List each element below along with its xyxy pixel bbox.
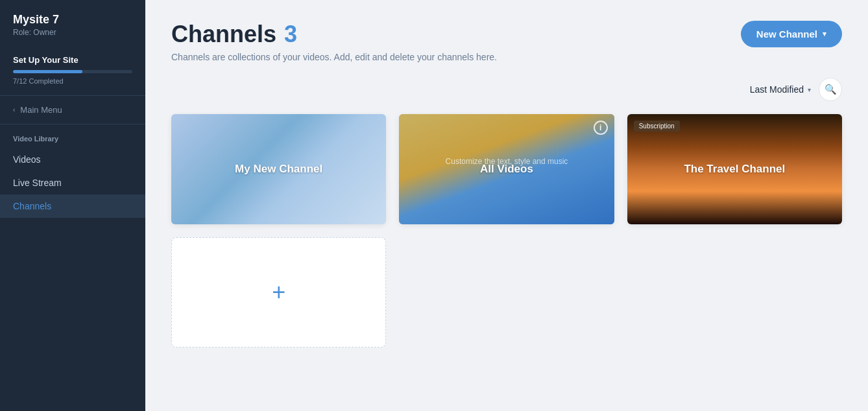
channel-card-inner-travel: Subscription The Travel Channel xyxy=(627,114,842,224)
channels-grid: My New Channel All Videos Customize the … xyxy=(171,114,842,347)
chevron-left-icon: ‹ xyxy=(13,106,15,113)
filter-bar: Last Modified ▾ 🔍 xyxy=(171,78,842,101)
main-content: Channels 3 Channels are collections of y… xyxy=(145,0,868,411)
progress-bar-bg xyxy=(13,70,132,73)
channel-card-travel[interactable]: Subscription The Travel Channel xyxy=(627,114,842,224)
progress-bar-fill xyxy=(13,70,82,73)
add-channel-card[interactable]: + xyxy=(171,237,386,347)
channel-thumb-travel: Subscription The Travel Channel xyxy=(627,114,842,224)
channel-name-my-new: My New Channel xyxy=(224,163,333,176)
page-header: Channels 3 Channels are collections of y… xyxy=(171,21,842,62)
add-icon: + xyxy=(272,279,285,306)
sort-chevron-icon: ▾ xyxy=(808,86,811,93)
new-channel-button[interactable]: New Channel ▾ xyxy=(741,21,842,47)
channel-count: 3 xyxy=(284,21,297,48)
channel-thumb-gradient: My New Channel xyxy=(171,114,386,224)
all-videos-subtitle: Customize the text, style and music xyxy=(433,156,581,167)
sidebar-header: Mysite 7 Role: Owner xyxy=(0,0,145,47)
sidebar-item-live-stream[interactable]: Live Stream xyxy=(0,171,145,194)
subscription-badge: Subscription xyxy=(634,121,680,132)
info-icon[interactable]: i xyxy=(594,121,608,135)
site-role: Role: Owner xyxy=(13,28,132,37)
sidebar-item-live-stream-label: Live Stream xyxy=(13,178,62,188)
search-icon: 🔍 xyxy=(825,84,837,95)
channel-card-inner: My New Channel xyxy=(171,114,386,224)
sidebar-item-channels[interactable]: Channels xyxy=(0,194,145,218)
main-menu-label: Main Menu xyxy=(20,105,62,115)
channel-card-all-videos[interactable]: All Videos Customize the text, style and… xyxy=(399,114,614,224)
sidebar: Mysite 7 Role: Owner Set Up Your Site 7/… xyxy=(0,0,145,411)
page-title: Channels 3 xyxy=(171,21,497,48)
site-name: Mysite 7 xyxy=(13,13,132,27)
sort-dropdown[interactable]: Last Modified ▾ xyxy=(750,84,811,95)
progress-label: 7/12 Completed xyxy=(13,77,132,85)
main-menu-button[interactable]: ‹ Main Menu xyxy=(0,96,145,124)
sidebar-item-videos-label: Videos xyxy=(13,154,41,165)
channel-name-travel: The Travel Channel xyxy=(673,163,795,176)
sidebar-item-videos[interactable]: Videos xyxy=(0,148,145,171)
setup-title: Set Up Your Site xyxy=(13,55,132,65)
search-button[interactable]: 🔍 xyxy=(819,78,842,101)
new-channel-label: New Channel xyxy=(756,29,817,40)
page-subtitle: Channels are collections of your videos.… xyxy=(171,52,497,62)
channel-card-my-new-channel[interactable]: My New Channel xyxy=(171,114,386,224)
video-library-label: Video Library xyxy=(0,124,145,148)
chevron-down-icon: ▾ xyxy=(823,30,826,38)
page-title-text: Channels xyxy=(171,21,276,48)
sort-label: Last Modified xyxy=(750,84,804,95)
channel-card-inner-all-videos: All Videos Customize the text, style and… xyxy=(399,114,614,224)
setup-section: Set Up Your Site 7/12 Completed xyxy=(0,47,145,96)
page-title-area: Channels 3 Channels are collections of y… xyxy=(171,21,497,62)
sidebar-item-channels-label: Channels xyxy=(13,201,51,211)
channel-thumb-all-videos: All Videos Customize the text, style and… xyxy=(399,114,614,224)
